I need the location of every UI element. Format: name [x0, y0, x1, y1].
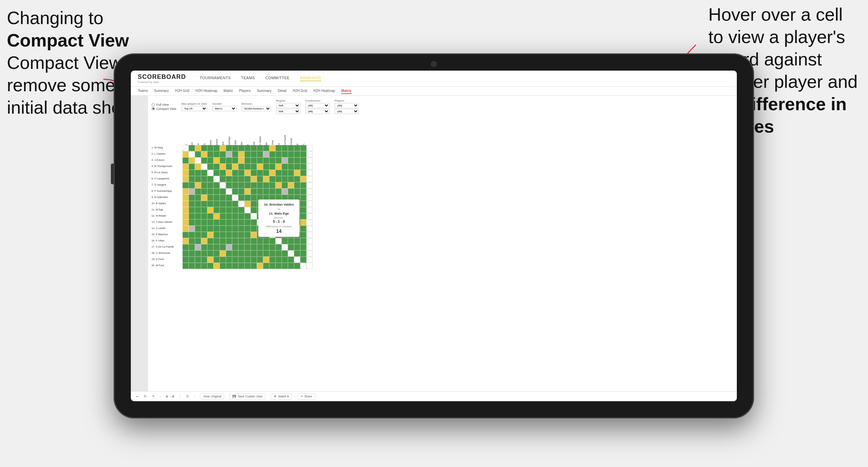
grid-cell[interactable]	[189, 238, 195, 244]
grid-cell[interactable]	[226, 257, 232, 263]
grid-cell[interactable]	[275, 250, 282, 257]
grid-cell[interactable]	[238, 176, 244, 182]
grid-cell[interactable]	[257, 244, 263, 250]
sub-nav-h2h-grid2[interactable]: H2H Grid	[293, 88, 307, 94]
grid-cell[interactable]	[269, 257, 275, 263]
grid-cell[interactable]	[306, 182, 313, 188]
grid-cell[interactable]	[201, 207, 207, 213]
grid-cell[interactable]	[207, 170, 213, 176]
grid-cell[interactable]	[220, 201, 226, 207]
grid-cell[interactable]	[269, 170, 275, 176]
grid-cell[interactable]	[195, 263, 201, 269]
grid-cell[interactable]	[213, 182, 220, 188]
grid-cell[interactable]	[189, 232, 195, 238]
grid-cell[interactable]	[226, 213, 232, 219]
grid-cell[interactable]	[306, 151, 313, 157]
grid-cell[interactable]	[232, 170, 238, 176]
grid-cell[interactable]	[220, 195, 226, 201]
grid-cell[interactable]	[251, 195, 257, 201]
players-select1[interactable]: (All)	[335, 103, 359, 108]
grid-cell[interactable]	[232, 250, 238, 257]
grid-cell[interactable]	[263, 188, 269, 195]
grid-cell[interactable]	[269, 238, 275, 244]
grid-cell[interactable]	[195, 207, 201, 213]
grid-cell[interactable]	[294, 263, 300, 269]
grid-cell[interactable]	[201, 188, 207, 195]
grid-cell[interactable]	[269, 188, 275, 195]
grid-cell[interactable]	[257, 170, 263, 176]
grid-cell[interactable]	[282, 176, 288, 182]
grid-cell[interactable]	[282, 164, 288, 170]
grid-cell[interactable]	[257, 182, 263, 188]
grid-cell[interactable]	[300, 182, 306, 188]
grid-cell[interactable]	[201, 238, 207, 244]
grid-cell[interactable]	[294, 164, 300, 170]
sub-nav-h2h-heatmap2[interactable]: H2H Heatmap	[313, 88, 335, 94]
grid-cell[interactable]	[300, 151, 306, 157]
grid-cell[interactable]	[207, 195, 213, 201]
grid-cell[interactable]	[294, 170, 300, 176]
grid-cell[interactable]	[195, 201, 201, 207]
grid-cell[interactable]	[182, 201, 189, 207]
grid-cell[interactable]	[251, 201, 257, 207]
save-custom-btn[interactable]: 💾 Save Custom View	[229, 393, 265, 399]
grid-cell[interactable]	[238, 219, 244, 226]
grid-cell[interactable]	[238, 182, 244, 188]
grid-cell[interactable]	[244, 244, 251, 250]
grid-cell[interactable]	[226, 188, 232, 195]
grid-cell[interactable]	[220, 157, 226, 164]
sub-nav-players[interactable]: Players	[239, 88, 251, 94]
grid-cell[interactable]	[275, 263, 282, 269]
grid-cell[interactable]	[182, 145, 189, 151]
grid-cell[interactable]	[207, 263, 213, 269]
grid-cell[interactable]	[251, 188, 257, 195]
grid-cell[interactable]	[294, 182, 300, 188]
grid-cell[interactable]	[306, 207, 313, 213]
gender-select[interactable]: Men's	[212, 106, 237, 111]
grid-cell[interactable]	[251, 257, 257, 263]
grid-cell[interactable]	[220, 244, 226, 250]
grid-cell[interactable]	[189, 207, 195, 213]
zoom-btn[interactable]: ⊕ ·· ⊕	[166, 395, 175, 398]
grid-cell[interactable]	[207, 157, 213, 164]
grid-cell[interactable]	[306, 257, 313, 263]
grid-cell[interactable]	[288, 170, 294, 176]
grid-cell[interactable]	[207, 219, 213, 226]
grid-cell[interactable]	[263, 176, 269, 182]
grid-cell[interactable]	[288, 145, 294, 151]
grid-cell[interactable]	[220, 207, 226, 213]
grid-cell[interactable]	[232, 226, 238, 232]
grid-cell[interactable]	[213, 232, 220, 238]
grid-cell[interactable]	[189, 195, 195, 201]
grid-cell[interactable]	[238, 170, 244, 176]
grid-cell[interactable]	[189, 182, 195, 188]
grid-cell[interactable]	[189, 145, 195, 151]
compact-view-option[interactable]: Compact View	[151, 107, 176, 111]
grid-cell[interactable]	[238, 157, 244, 164]
grid-cell[interactable]	[251, 263, 257, 269]
grid-cell[interactable]	[182, 219, 189, 226]
grid-cell[interactable]	[263, 263, 269, 269]
grid-cell[interactable]	[300, 213, 306, 219]
grid-cell[interactable]	[189, 263, 195, 269]
grid-cell[interactable]	[207, 244, 213, 250]
grid-cell[interactable]	[207, 182, 213, 188]
grid-cell[interactable]	[213, 244, 220, 250]
grid-cell[interactable]	[244, 250, 251, 257]
grid-cell[interactable]	[288, 250, 294, 257]
grid-cell[interactable]	[201, 170, 207, 176]
grid-cell[interactable]	[300, 257, 306, 263]
grid-cell[interactable]	[251, 219, 257, 226]
grid-cell[interactable]	[232, 145, 238, 151]
grid-cell[interactable]	[251, 145, 257, 151]
grid-cell[interactable]	[189, 176, 195, 182]
grid-cell[interactable]	[195, 232, 201, 238]
grid-cell[interactable]	[213, 145, 220, 151]
grid-cell[interactable]	[226, 244, 232, 250]
grid-cell[interactable]	[182, 195, 189, 201]
grid-cell[interactable]	[294, 257, 300, 263]
grid-cell[interactable]	[238, 164, 244, 170]
grid-cell[interactable]	[182, 226, 189, 232]
grid-cell[interactable]	[189, 219, 195, 226]
grid-cell[interactable]	[232, 164, 238, 170]
